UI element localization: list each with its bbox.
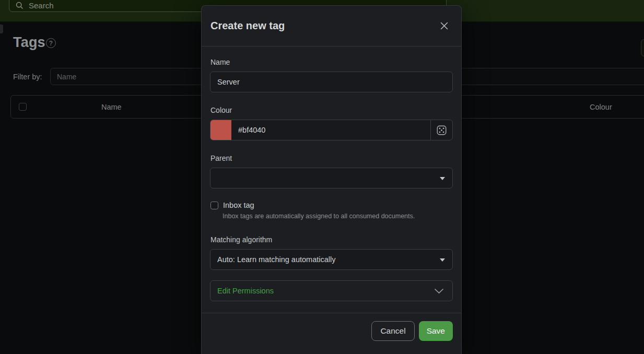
- modal-body: Name Colour Parent: [202, 46, 461, 301]
- matching-algorithm-select[interactable]: Auto: Learn matching automatically: [210, 249, 453, 270]
- edit-permissions-label: Edit Permissions: [217, 287, 274, 295]
- dropdown-caret-icon: [440, 258, 445, 262]
- modal-title: Create new tag: [210, 20, 285, 32]
- color-hex-input[interactable]: [231, 120, 430, 140]
- dropdown-caret-icon: [440, 177, 445, 180]
- inbox-tag-checkbox[interactable]: [210, 202, 218, 209]
- cancel-button[interactable]: Cancel: [371, 321, 414, 341]
- close-icon: [440, 21, 449, 30]
- save-button[interactable]: Save: [419, 321, 453, 341]
- screen: Tags ? Filter by: Name Colour Create new…: [0, 0, 644, 354]
- parent-label: Parent: [210, 154, 453, 162]
- name-label: Name: [210, 58, 453, 66]
- matching-algorithm-label: Matching algorithm: [210, 235, 453, 244]
- matching-algorithm-value: Auto: Learn matching automatically: [217, 255, 336, 264]
- modal-header: Create new tag: [202, 6, 461, 46]
- create-tag-modal: Create new tag Name Colour: [201, 5, 462, 354]
- parent-select[interactable]: [210, 168, 453, 188]
- inbox-tag-hint: Inbox tags are automatically assigned to…: [223, 213, 453, 220]
- modal-footer: Cancel Save: [202, 313, 461, 349]
- edit-permissions-toggle[interactable]: Edit Permissions: [210, 280, 453, 301]
- random-color-button[interactable]: [430, 120, 452, 140]
- dice-icon: [437, 125, 447, 135]
- close-button[interactable]: [436, 18, 452, 34]
- inbox-tag-row: Inbox tag: [210, 201, 453, 209]
- colour-label: Colour: [210, 106, 453, 114]
- chevron-down-icon: [434, 288, 444, 294]
- color-swatch: [210, 120, 231, 140]
- inbox-tag-label: Inbox tag: [223, 201, 254, 209]
- tag-name-input[interactable]: [210, 72, 453, 92]
- colour-input-group: [210, 120, 453, 140]
